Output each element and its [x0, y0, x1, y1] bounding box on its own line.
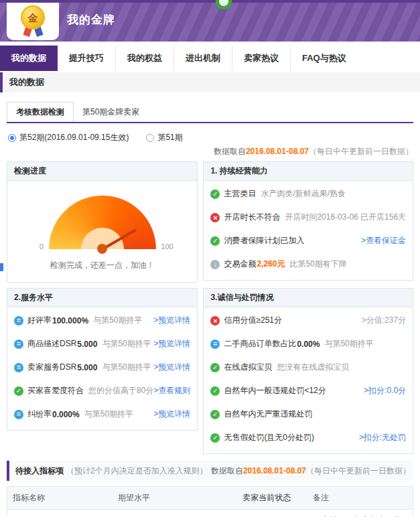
panel-integrity-punishment: 3.诚信与处罚情况 信用分值≥251分 >分值:237分 二手商品订单数占比 0…: [203, 288, 413, 454]
gauge-panel-title: 检测进度: [7, 162, 197, 181]
metric-row: 信用分值≥251分 >分值:237分: [210, 309, 406, 332]
metric-row: 买家喜爱度符合 您的分值高于80分 >查看规则: [14, 379, 190, 402]
check-icon: [210, 410, 220, 419]
data-source-note: 数据取自2016.08.01-08.07（每日中午更新前一日数据）: [7, 146, 413, 157]
data-source-prefix: 数据取自: [211, 466, 243, 475]
cross-icon: [210, 213, 220, 222]
preview-detail-link[interactable]: >预览详情: [153, 409, 190, 420]
metric-sub: 比第50期有下降: [289, 258, 346, 270]
metric-sub: 水产肉类/新鲜蔬果/熟食: [261, 188, 346, 200]
radio-on-icon[interactable]: [8, 134, 16, 142]
metric-label: 在线虚拟宝贝: [224, 362, 272, 373]
metric-sub: 开店时间2016-03-06 已开店156天: [285, 212, 406, 223]
pending-section-header: 待接入指标项 （预计2个月内决定是否加入准入规则） 数据取自2016.08.01…: [7, 461, 413, 481]
metric-sub: 与第50期持平: [102, 338, 151, 350]
metric-row: 开店时长不符合 开店时间2016-03-06 已开店156天: [210, 206, 406, 229]
metric-label: 二手商品订单数占比: [224, 338, 296, 350]
tab-seller-discussion[interactable]: 卖家热议: [232, 46, 291, 71]
metric-row: 商品描述DSR 5.000 与第50期持平 >预览详情: [14, 332, 190, 356]
metric-label: 商品描述DSR: [27, 338, 76, 350]
col-header-state: 卖家当前状态: [226, 487, 307, 510]
flat-icon: [14, 340, 23, 349]
no-penalty-link[interactable]: >扣分:无处罚: [359, 432, 406, 443]
metric-row: 卖家服务DSR 5.000 与第50期持平 >预览详情: [14, 356, 190, 379]
tab-my-benefits[interactable]: 我的权益: [116, 46, 174, 71]
radio-period-52[interactable]: 第52期(2016.09.01-09.15生效): [8, 132, 129, 143]
data-source-suffix: （每日中午更新前一日数据）: [306, 466, 411, 475]
cross-icon: [210, 316, 220, 325]
tab-my-data[interactable]: 我的数据: [0, 46, 58, 71]
check-icon: [210, 363, 220, 372]
content: 考核数据检测 第50期金牌卖家 第52期(2016.09.01-09.15生效)…: [0, 102, 420, 517]
check-icon: [210, 386, 220, 396]
metric-value: 5.000: [77, 340, 97, 349]
metric-expect: 平均发货时长≤24小时: [113, 510, 226, 517]
panel-integrity-title: 3.诚信与处罚情况: [204, 289, 413, 307]
metric-label: 消费者保障计划已加入: [224, 235, 304, 246]
col-header-expect: 期望水平: [113, 487, 226, 510]
tab-entry-exit[interactable]: 进出机制: [174, 46, 232, 71]
tab-improve-skills[interactable]: 提升技巧: [58, 46, 116, 71]
metric-row: 二手商品订单数占比 0.00% 与第50期持平: [210, 332, 406, 356]
tab-faq[interactable]: FAQ与热议: [291, 46, 358, 71]
col-header-note: 备注: [307, 487, 413, 510]
data-source-note: 数据取自2016.08.01-08.07（每日中午更新前一日数据）: [211, 465, 411, 477]
metric-sub: 您的分值高于80分: [88, 385, 153, 396]
medal-patch: 金: [7, 3, 59, 40]
metric-label: 自然年内无严重违规处罚: [224, 409, 312, 420]
panel-service-level: 2.服务水平 好评率 100.000% 与第50期持平 >预览详情 商品描述DS…: [7, 288, 198, 431]
metric-row: 自然年内无严重违规处罚: [210, 402, 406, 426]
main-tabbar: 我的数据 提升技巧 我的权益 进出机制 卖家热议 FAQ与热议: [0, 46, 420, 71]
preview-detail-link[interactable]: >预览详情: [153, 338, 190, 350]
green-badge-icon: [216, 0, 232, 9]
metric-sub: 与第50期持平: [324, 338, 373, 350]
metric-value: 5.000: [77, 363, 97, 372]
check-icon: [210, 190, 220, 199]
pending-note: （预计2个月内决定是否加入准入规则）: [66, 465, 211, 477]
metric-sub: 与第50期持平: [84, 409, 133, 420]
subtab-assessment-data[interactable]: 考核数据检测: [7, 102, 74, 122]
subtabs: 考核数据检测 第50期金牌卖家: [7, 102, 413, 123]
gauge-panel: 检测进度 0 100 检测完成，还差一点，加油！: [7, 161, 198, 283]
metric-label: 纠纷率: [27, 409, 52, 420]
panel-operation-ability: 1. 持续经营能力 主营类目 水产肉类/新鲜蔬果/熟食 开店时长不符合 开店时间…: [203, 161, 413, 281]
metric-label: 开店时长不符合: [224, 212, 280, 223]
metric-label: 买家喜爱度符合: [27, 385, 84, 396]
deduction-points-link[interactable]: >扣分:0.0分: [364, 385, 406, 396]
metric-sub: 与第50期持平: [102, 362, 151, 373]
radio-off-icon[interactable]: [146, 134, 154, 142]
metric-row: 纠纷率 0.000% 与第50期持平 >预览详情: [14, 402, 190, 426]
view-deposit-link[interactable]: >查看保证金: [361, 235, 406, 246]
gauge-caption: 检测完成，还差一点，加油！: [14, 260, 190, 271]
left-edge-marker: [0, 263, 3, 271]
radio-period-51[interactable]: 第51期: [146, 132, 182, 143]
metric-row: 好评率 100.000% 与第50期持平 >预览详情: [14, 309, 190, 332]
check-icon: [14, 386, 23, 396]
subtab-period50-sellers[interactable]: 第50期金牌卖家: [74, 102, 148, 122]
view-rules-link[interactable]: >查看规则: [153, 385, 190, 396]
metric-value: 0.00%: [297, 340, 320, 349]
check-icon: [210, 433, 220, 443]
gauge-max-label: 100: [161, 242, 173, 250]
data-source-prefix: 数据取自: [214, 147, 246, 156]
metric-label: 无售假处罚(且无0分处罚): [224, 432, 314, 443]
metric-value: 100.000%: [52, 316, 88, 325]
metric-value: 0.000%: [52, 410, 80, 419]
preview-detail-link[interactable]: >预览详情: [153, 315, 190, 326]
check-icon: [210, 236, 220, 246]
preview-detail-link[interactable]: >预览详情: [153, 362, 190, 373]
pending-title: 待接入指标项: [15, 465, 64, 477]
panel-service-title: 2.服务水平: [7, 289, 197, 307]
metric-sub: 您没有在线虚拟宝贝: [277, 362, 349, 373]
radio-period-52-label: 第52期(2016.09.01-09.15生效): [19, 132, 129, 143]
flat-icon: [14, 316, 23, 325]
metric-label: 卖家服务DSR: [27, 362, 76, 373]
down-icon: [210, 260, 220, 269]
metric-label: 好评率: [27, 315, 52, 326]
metric-state: 242.7小时: [226, 510, 307, 517]
metric-value: 2,260元: [257, 258, 285, 270]
metric-row: 交易金额 2,260元 比第50期有下降: [210, 252, 406, 276]
flat-icon: [210, 340, 220, 349]
flat-icon: [14, 410, 23, 419]
period-selector: 第52期(2016.09.01-09.15生效) 第51期: [8, 132, 413, 143]
